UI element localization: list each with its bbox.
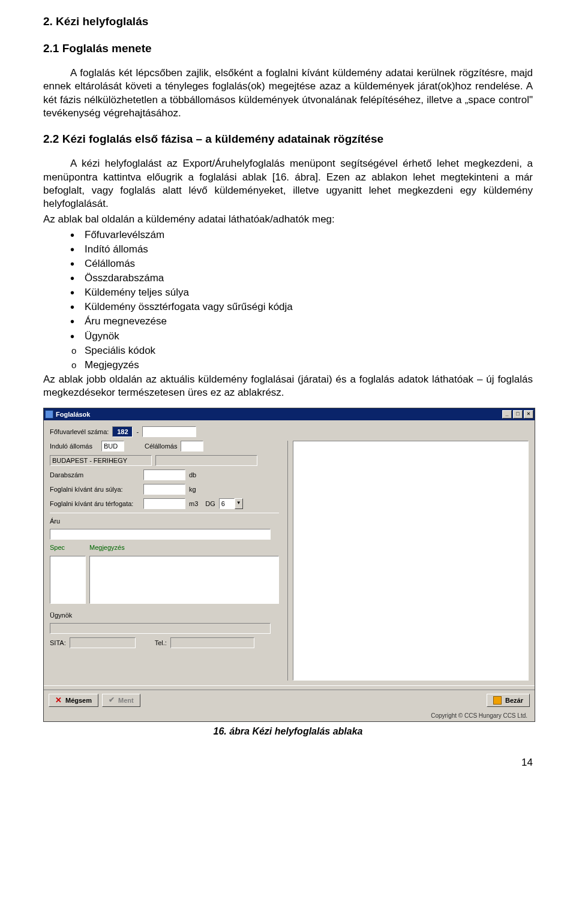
list-item: Ügynök bbox=[70, 330, 533, 343]
weight-unit: kg bbox=[189, 485, 196, 493]
dg-value: 6 bbox=[219, 498, 235, 509]
volume-input[interactable] bbox=[143, 498, 185, 509]
titlebar: Foglalások _ □ × bbox=[44, 408, 535, 420]
dg-dropdown[interactable]: 6 ▼ bbox=[219, 498, 243, 509]
origin-input[interactable]: BUD bbox=[101, 441, 124, 452]
agent-label: Ügynök bbox=[50, 611, 72, 619]
aru-input[interactable] bbox=[50, 529, 271, 540]
awb-label: Főfuvarlevél száma: bbox=[50, 428, 109, 436]
paragraph-2: A kézi helyfoglalást az Export/Áruhelyfo… bbox=[43, 157, 533, 210]
save-button-label: Ment bbox=[118, 696, 134, 705]
list-item: Főfuvarlevélszám bbox=[70, 228, 533, 242]
dest-label: Célállomás bbox=[145, 442, 177, 450]
remark-label: Megjegyzés bbox=[89, 543, 125, 552]
app-window: Foglalások _ □ × Főfuvarlevél száma: 182… bbox=[43, 408, 535, 722]
maximize-button[interactable]: □ bbox=[513, 410, 523, 419]
cancel-button[interactable]: ✕ Mégsem bbox=[49, 694, 98, 707]
app-icon bbox=[45, 410, 53, 419]
volume-label: Foglalni kívánt áru térfogata: bbox=[50, 499, 140, 508]
weight-label: Foglalni kívánt áru súlya: bbox=[50, 485, 140, 493]
minimize-button[interactable]: _ bbox=[502, 410, 512, 419]
check-icon: ✔ bbox=[109, 696, 115, 705]
paragraph-1: A foglalás két lépcsőben zajlik, elsőkén… bbox=[43, 67, 533, 119]
close-button[interactable]: Bezár bbox=[487, 694, 530, 707]
x-icon: ✕ bbox=[55, 696, 62, 706]
list-item: Összdarabszáma bbox=[70, 272, 533, 285]
subheading-1: 2.1 Foglalás menete bbox=[43, 41, 533, 56]
origin-label: Induló állomás bbox=[50, 442, 98, 450]
figure-caption: 16. ábra Kézi helyfoglalás ablaka bbox=[43, 726, 533, 738]
bookings-pane[interactable] bbox=[293, 441, 529, 681]
list-item: Áru megnevezése bbox=[70, 315, 533, 328]
cancel-button-label: Mégsem bbox=[65, 696, 92, 705]
list-item: Célállomás bbox=[70, 257, 533, 270]
save-button[interactable]: ✔ Ment bbox=[102, 694, 140, 707]
close-button-label: Bezár bbox=[505, 696, 523, 705]
list-item: Küldemény teljes súlya bbox=[70, 286, 533, 299]
field-list: Főfuvarlevélszám Indító állomás Célállom… bbox=[70, 228, 533, 372]
pieces-label: Darabszám bbox=[50, 471, 140, 479]
weight-input[interactable] bbox=[143, 484, 185, 495]
sita-readonly bbox=[70, 637, 136, 648]
footer-bar: ✕ Mégsem ✔ Ment Bezár bbox=[44, 690, 535, 711]
origin-long-readonly: BUDAPEST - FERIHEGY bbox=[50, 455, 152, 466]
pieces-unit: db bbox=[189, 471, 196, 479]
vertical-divider bbox=[287, 441, 288, 681]
spec-label: Spec bbox=[50, 543, 86, 552]
list-item: Indító állomás bbox=[70, 243, 533, 256]
page-number: 14 bbox=[43, 756, 533, 769]
dg-label: DG bbox=[205, 499, 215, 508]
heading-main: 2. Kézi helyfoglalás bbox=[43, 14, 533, 29]
awb-dash: - bbox=[136, 428, 139, 436]
list-item: Speciális kódok bbox=[70, 344, 533, 357]
awb-prefix-input[interactable]: 182 bbox=[112, 426, 133, 437]
chevron-down-icon: ▼ bbox=[235, 498, 243, 509]
paragraph-4: Az ablak jobb oldalán az aktuális küldem… bbox=[43, 373, 533, 399]
volume-unit: m3 bbox=[189, 499, 198, 508]
list-item: Küldemény össztérfogata vagy sűrűségi kó… bbox=[70, 300, 533, 314]
paragraph-3: Az ablak bal oldalán a küldemény adatai … bbox=[43, 213, 533, 226]
sita-label: SITA: bbox=[50, 639, 66, 647]
remark-textarea[interactable] bbox=[89, 556, 279, 604]
aru-label: Áru bbox=[50, 517, 60, 525]
subheading-2: 2.2 Kézi foglalás első fázisa – a küldem… bbox=[43, 132, 533, 147]
copyright-text: Copyright © CCS Hungary CCS Ltd. bbox=[427, 711, 531, 720]
window-title: Foglalások bbox=[56, 410, 502, 419]
dest-input[interactable] bbox=[181, 441, 203, 452]
tel-readonly bbox=[170, 637, 254, 648]
exit-icon bbox=[493, 696, 502, 705]
spec-textarea[interactable] bbox=[50, 556, 86, 604]
tel-label: Tel.: bbox=[155, 639, 167, 647]
close-window-button[interactable]: × bbox=[524, 410, 533, 419]
list-item: Megjegyzés bbox=[70, 359, 533, 372]
agent-readonly bbox=[50, 623, 271, 634]
dest-long-readonly bbox=[155, 455, 257, 466]
pieces-input[interactable] bbox=[143, 469, 185, 480]
awb-serial-input[interactable] bbox=[142, 426, 196, 437]
